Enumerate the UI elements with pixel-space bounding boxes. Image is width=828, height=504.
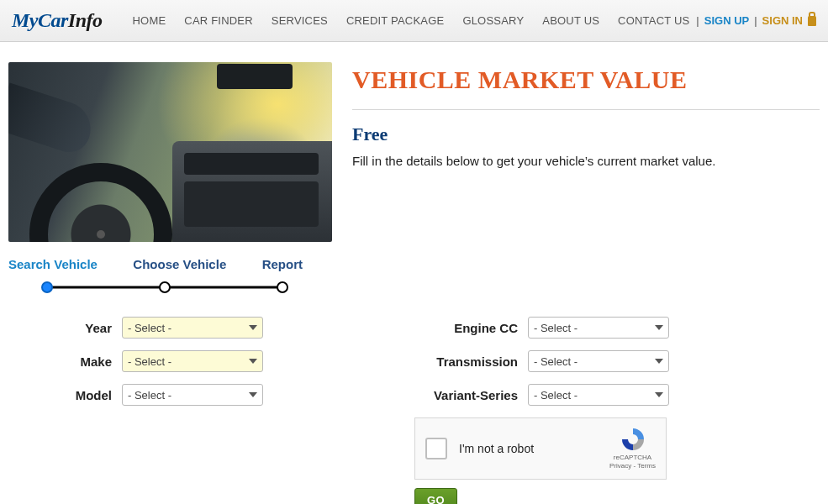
auth-leading-pipe: | bbox=[696, 14, 699, 27]
left-column: Search Vehicle Choose Vehicle Report bbox=[8, 62, 332, 293]
content-area: Search Vehicle Choose Vehicle Report VEH… bbox=[0, 42, 828, 293]
auth-links: | SIGN UP | SIGN IN bbox=[696, 14, 816, 27]
variant-select-value: - Select - bbox=[534, 389, 577, 402]
page-title: VEHICLE MARKET VALUE bbox=[352, 66, 820, 94]
lock-icon bbox=[808, 16, 816, 26]
model-select-value: - Select - bbox=[128, 389, 171, 402]
make-label: Make bbox=[8, 354, 122, 369]
form-column-right: Engine CC - Select - Transmission - Sele… bbox=[414, 317, 669, 504]
engine-select-value: - Select - bbox=[534, 322, 577, 334]
go-button[interactable]: GO bbox=[414, 488, 457, 504]
recaptcha-logo: reCAPTCHA Privacy - Terms bbox=[609, 427, 656, 470]
engine-select[interactable]: - Select - bbox=[528, 317, 669, 339]
recaptcha-legal[interactable]: Privacy - Terms bbox=[609, 462, 656, 470]
nav-about-us[interactable]: ABOUT US bbox=[542, 14, 599, 27]
transmission-select-value: - Select - bbox=[534, 355, 577, 368]
year-select-value: - Select - bbox=[128, 322, 171, 334]
transmission-select[interactable]: - Select - bbox=[528, 350, 669, 372]
title-divider bbox=[352, 109, 820, 110]
form-column-left: Year - Select - Make - Select - Model - … bbox=[8, 317, 263, 504]
search-form: Year - Select - Make - Select - Model - … bbox=[8, 317, 820, 504]
make-select[interactable]: - Select - bbox=[122, 350, 263, 372]
recaptcha-checkbox[interactable] bbox=[425, 438, 447, 459]
year-select[interactable]: - Select - bbox=[122, 317, 263, 339]
chevron-down-icon bbox=[655, 392, 663, 397]
recaptcha-brand: reCAPTCHA bbox=[609, 454, 656, 462]
recaptcha-label: I'm not a robot bbox=[459, 442, 598, 455]
nav-home[interactable]: HOME bbox=[133, 14, 166, 27]
sign-in-link[interactable]: SIGN IN bbox=[762, 14, 803, 27]
chevron-down-icon bbox=[655, 325, 663, 330]
chevron-down-icon bbox=[249, 325, 257, 330]
progress-node-2[interactable] bbox=[159, 281, 171, 293]
progress-track bbox=[47, 281, 282, 293]
nav-car-finder[interactable]: CAR FINDER bbox=[184, 14, 252, 27]
progress-node-1[interactable] bbox=[41, 281, 53, 293]
logo-part-1: MyCar bbox=[12, 9, 68, 31]
chevron-down-icon bbox=[249, 359, 257, 364]
site-logo[interactable]: MyCarInfo bbox=[12, 9, 103, 32]
nav-contact-us[interactable]: CONTACT US bbox=[618, 14, 689, 27]
auth-divider: | bbox=[754, 14, 757, 27]
chevron-down-icon bbox=[655, 359, 663, 364]
hero-image bbox=[8, 62, 332, 242]
recaptcha-widget: I'm not a robot reCAPTCHA Privacy - Term… bbox=[414, 417, 667, 480]
recaptcha-icon bbox=[620, 427, 646, 452]
intro-text: Fill in the details below to get your ve… bbox=[352, 154, 820, 168]
nav-credit-package[interactable]: CREDIT PACKAGE bbox=[346, 14, 444, 27]
step-search-vehicle[interactable]: Search Vehicle bbox=[8, 257, 98, 271]
year-label: Year bbox=[8, 321, 122, 335]
free-heading: Free bbox=[352, 123, 820, 145]
top-bar: MyCarInfo HOME CAR FINDER SERVICES CREDI… bbox=[0, 0, 828, 42]
engine-label: Engine CC bbox=[414, 321, 528, 335]
logo-part-2: Info bbox=[68, 9, 103, 31]
step-choose-vehicle[interactable]: Choose Vehicle bbox=[133, 257, 226, 271]
variant-select[interactable]: - Select - bbox=[528, 384, 669, 406]
make-select-value: - Select - bbox=[128, 355, 171, 368]
step-report[interactable]: Report bbox=[262, 257, 303, 271]
main-nav: HOME CAR FINDER SERVICES CREDIT PACKAGE … bbox=[133, 14, 690, 27]
chevron-down-icon bbox=[249, 392, 257, 397]
progress-node-3[interactable] bbox=[277, 281, 288, 293]
variant-label: Variant-Series bbox=[414, 388, 528, 402]
right-column: VEHICLE MARKET VALUE Free Fill in the de… bbox=[352, 62, 820, 293]
model-label: Model bbox=[8, 388, 122, 402]
progress-steps: Search Vehicle Choose Vehicle Report bbox=[8, 257, 303, 293]
nav-services[interactable]: SERVICES bbox=[272, 14, 328, 27]
transmission-label: Transmission bbox=[414, 354, 528, 369]
nav-glossary[interactable]: GLOSSARY bbox=[462, 14, 524, 27]
model-select[interactable]: - Select - bbox=[122, 384, 263, 406]
sign-up-link[interactable]: SIGN UP bbox=[704, 14, 749, 27]
